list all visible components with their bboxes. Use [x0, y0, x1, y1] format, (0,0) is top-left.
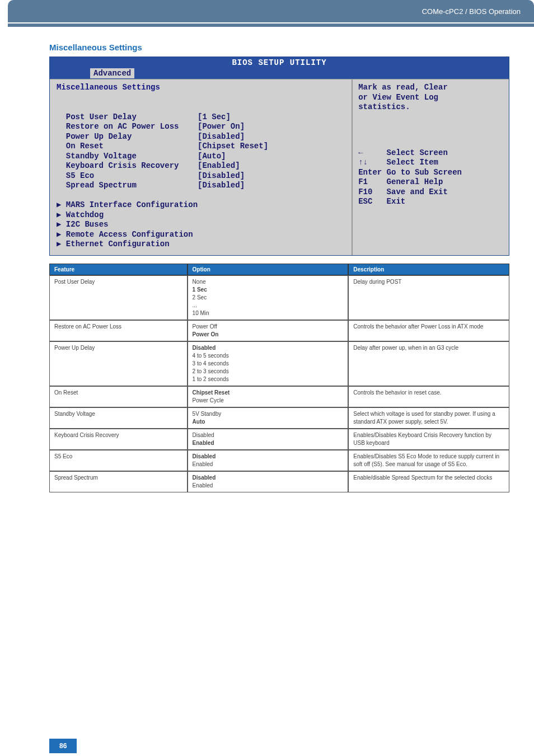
bios-help-line3: statistics. — [358, 102, 503, 112]
cell-feature: Power Up Delay — [49, 341, 188, 386]
bios-blank — [57, 191, 345, 201]
bios-item[interactable]: Restore on AC Power Loss [Power On] — [57, 122, 345, 132]
th-feature: Feature — [49, 264, 188, 275]
bios-submenu-item[interactable]: ▶ MARS Interface Configuration — [57, 200, 345, 210]
table-row: Spread SpectrumDisabledEnabledEnable/dis… — [49, 471, 509, 492]
cell-description: Select which voltage is used for standby… — [348, 407, 509, 429]
cell-option: Chipset ResetPower Cycle — [188, 386, 349, 407]
bios-highlight-item[interactable]: ▶ Event Log Configuration — [57, 102, 345, 112]
bios-submenu-item[interactable]: ▶ Ethernet Configuration — [57, 240, 345, 250]
bios-key-row: Enter Go to Sub Screen — [358, 168, 503, 178]
bios-submenu-item[interactable]: ▶ Watchdog — [57, 210, 345, 220]
bios-item[interactable]: Power Up Delay [Disabled] — [57, 132, 345, 142]
cell-feature: S5 Eco — [49, 450, 188, 471]
table-row: Standby Voltage5V StandbyAutoSelect whic… — [49, 407, 509, 429]
bios-item[interactable]: Post User Delay [1 Sec] — [57, 112, 345, 123]
table-row: S5 EcoDisabledEnabledEnables/Disables S5… — [49, 450, 509, 471]
bios-submenu-item[interactable]: ▶ I2C Buses — [57, 220, 345, 230]
page-footer: 86 — [49, 739, 534, 753]
bios-active-tab[interactable]: Advanced — [90, 68, 134, 78]
cell-option: Disabled4 to 5 seconds3 to 4 seconds2 to… — [188, 341, 349, 386]
bios-key-row: ESC Exit — [358, 197, 503, 207]
cell-feature: Spread Spectrum — [49, 471, 188, 492]
bios-submenu-item[interactable]: ▶ Remote Access Configuration — [57, 230, 345, 240]
table-row: Power Up DelayDisabled4 to 5 seconds3 to… — [49, 341, 509, 386]
th-description: Description — [348, 264, 509, 275]
bios-key-row: F1 General Help — [358, 177, 503, 187]
feature-tbody: Post User DelayNone1 Sec2 Sec...10 MinDe… — [49, 275, 509, 492]
bios-screenshot: BIOS SETUP UTILITY Advanced Miscellaneou… — [49, 57, 509, 256]
th-option: Option — [188, 264, 349, 275]
bios-item[interactable]: Spread Spectrum [Disabled] — [57, 181, 345, 191]
table-row: On ResetChipset ResetPower CycleControls… — [49, 386, 509, 407]
table-header-row: Feature Option Description — [49, 264, 509, 275]
section-title: Miscellaneous Settings — [49, 43, 509, 52]
bios-tab-row: Advanced — [50, 68, 509, 79]
bios-item[interactable]: S5 Eco [Disabled] — [57, 171, 345, 181]
bios-help-line1: Mark as read, Clear — [358, 83, 503, 93]
cell-option: Power OffPower On — [188, 320, 349, 341]
cell-option: DisabledEnabled — [188, 429, 349, 450]
bios-item[interactable]: Standby Voltage [Auto] — [57, 152, 345, 162]
cell-option: None1 Sec2 Sec...10 Min — [188, 275, 349, 320]
page-content: Miscellaneous Settings BIOS SETUP UTILIT… — [0, 27, 534, 515]
cell-description: Enables/Disables S5 Eco Mode to reduce s… — [348, 450, 509, 471]
cell-feature: Keyboard Crisis Recovery — [49, 429, 188, 450]
bios-key-row: ← Select Screen — [358, 148, 503, 158]
table-row: Post User DelayNone1 Sec2 Sec...10 MinDe… — [49, 275, 509, 320]
cell-option: DisabledEnabled — [188, 450, 349, 471]
header-breadcrumb-text: COMe-cPC2 / BIOS Operation — [422, 7, 521, 16]
bios-key-help: ← Select Screen↑↓ Select ItemEnter Go to… — [358, 148, 503, 207]
bios-title: BIOS SETUP UTILITY — [232, 58, 326, 67]
bios-panel-title: Miscellaneous Settings — [57, 83, 345, 93]
feature-table: Feature Option Description Post User Del… — [49, 264, 509, 492]
cell-description: Enables/Disables Keyboard Crisis Recover… — [348, 429, 509, 450]
bios-right-panel: Mark as read, Clear or View Event Log st… — [353, 79, 509, 255]
bios-title-bar: BIOS SETUP UTILITY — [50, 57, 509, 68]
cell-description: Delay during POST — [348, 275, 509, 320]
cell-description: Enable/disable Spread Spectrum for the s… — [348, 471, 509, 492]
bios-left-panel: Miscellaneous Settings ▶ Event Log Confi… — [50, 79, 353, 255]
header-breadcrumb: COMe-cPC2 / BIOS Operation — [8, 0, 534, 22]
table-row: Keyboard Crisis RecoveryDisabledEnabledE… — [49, 429, 509, 450]
bios-item[interactable]: Keyboard Crisis Recovery [Enabled] — [57, 161, 345, 171]
table-row: Restore on AC Power LossPower OffPower O… — [49, 320, 509, 341]
cell-feature: Restore on AC Power Loss — [49, 320, 188, 341]
bios-key-row: ↑↓ Select Item — [358, 158, 503, 168]
cell-description: Controls the behavior in reset case. — [348, 386, 509, 407]
bios-key-row: F10 Save and Exit — [358, 187, 503, 198]
cell-feature: On Reset — [49, 386, 188, 407]
bios-item[interactable]: On Reset [Chipset Reset] — [57, 142, 345, 152]
bios-separator — [57, 93, 345, 103]
cell-description: Controls the behavior after Power Loss i… — [348, 320, 509, 341]
bios-submenu-list: ▶ MARS Interface Configuration▶ Watchdog… — [57, 200, 345, 250]
bios-help-line2: or View Event Log — [358, 93, 503, 103]
cell-feature: Standby Voltage — [49, 407, 188, 429]
cell-description: Delay after power up, when in an G3 cycl… — [348, 341, 509, 386]
page-number: 86 — [49, 739, 77, 753]
bios-item-list: Post User Delay [1 Sec] Restore on AC Po… — [57, 112, 345, 191]
bios-body: Miscellaneous Settings ▶ Event Log Confi… — [50, 79, 509, 255]
cell-feature: Post User Delay — [49, 275, 188, 320]
cell-option: DisabledEnabled — [188, 471, 349, 492]
cell-option: 5V StandbyAuto — [188, 407, 349, 429]
